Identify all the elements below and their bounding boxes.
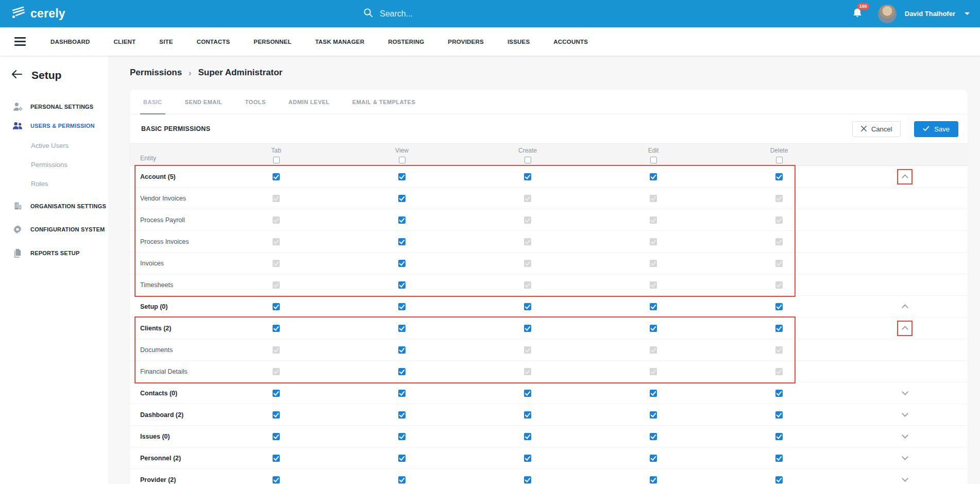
save-button[interactable]: Save [914, 121, 958, 137]
nav-item-accounts[interactable]: ACCOUNTS [553, 39, 588, 45]
permission-checkbox[interactable] [398, 411, 405, 419]
user-avatar[interactable] [878, 5, 897, 23]
permission-checkbox[interactable] [398, 216, 405, 224]
permission-checkbox[interactable] [524, 325, 531, 332]
tab-tools[interactable]: TOOLS [245, 90, 266, 114]
select-all-create-checkbox[interactable] [525, 157, 531, 163]
permission-checkbox[interactable] [524, 303, 531, 310]
permission-checkbox[interactable] [524, 433, 531, 440]
tab-admin-level[interactable]: ADMIN LEVEL [289, 90, 330, 114]
permission-checkbox[interactable] [398, 346, 405, 354]
permission-checkbox[interactable] [398, 455, 405, 462]
permission-checkbox[interactable] [650, 325, 657, 332]
permission-checkbox[interactable] [775, 303, 783, 310]
expand-collapse-button[interactable] [897, 386, 913, 401]
permission-checkbox[interactable] [650, 173, 657, 180]
permission-checkbox[interactable] [775, 411, 783, 419]
cell-view [339, 455, 465, 462]
permission-checkbox[interactable] [775, 476, 783, 483]
sidebar-item-personal-settings[interactable]: PERSONAL SETTINGS [0, 97, 108, 116]
permission-checkbox[interactable] [650, 476, 657, 483]
nav-item-client[interactable]: CLIENT [114, 39, 136, 45]
tab-email-templates[interactable]: EMAIL & TEMPLATES [352, 90, 415, 114]
permission-checkbox[interactable] [273, 433, 280, 440]
search-input[interactable] [380, 9, 514, 19]
permission-checkbox[interactable] [273, 390, 280, 397]
permission-checkbox[interactable] [273, 325, 280, 332]
expand-collapse-button[interactable] [897, 321, 913, 336]
tab-send-email[interactable]: SEND EMAIL [185, 90, 223, 114]
sidebar-item-active-users[interactable]: Active Users [0, 136, 108, 155]
expand-collapse-button[interactable] [897, 472, 913, 484]
permission-checkbox[interactable] [775, 390, 783, 397]
permission-checkbox[interactable] [775, 433, 783, 440]
permission-checkbox[interactable] [650, 390, 657, 397]
nav-item-site[interactable]: SITE [159, 39, 173, 45]
expand-collapse-button[interactable] [897, 429, 913, 444]
breadcrumb-permissions[interactable]: Permissions [130, 68, 182, 78]
tab-basic[interactable]: BASIC [143, 90, 162, 114]
cell-delete [716, 346, 842, 354]
cancel-button[interactable]: Cancel [852, 121, 901, 137]
permission-checkbox[interactable] [273, 411, 280, 419]
permission-checkbox[interactable] [398, 303, 405, 310]
permission-checkbox[interactable] [398, 281, 405, 289]
permission-checkbox[interactable] [524, 411, 531, 419]
permission-checkbox[interactable] [398, 390, 405, 397]
permission-checkbox[interactable] [650, 455, 657, 462]
permission-checkbox[interactable] [398, 260, 405, 267]
select-all-edit-checkbox[interactable] [650, 157, 657, 163]
permission-checkbox[interactable] [273, 455, 280, 462]
cell-view [339, 325, 465, 332]
brand-logo[interactable]: cerely [10, 6, 65, 22]
sidebar-item-organisation-settings[interactable]: ORGANISATION SETTINGS [0, 196, 108, 215]
nav-item-task-manager[interactable]: TASK MANAGER [315, 39, 364, 45]
permission-checkbox[interactable] [398, 476, 405, 483]
nav-item-rostering[interactable]: ROSTERING [388, 39, 424, 45]
user-menu-caret-icon[interactable] [965, 12, 970, 15]
sidebar-item-reports-setup[interactable]: REPORTS SETUP [0, 243, 108, 263]
nav-item-issues[interactable]: ISSUES [508, 39, 530, 45]
permission-checkbox[interactable] [273, 173, 280, 180]
permission-checkbox[interactable] [398, 433, 405, 440]
cell-view [339, 368, 465, 375]
permission-checkbox[interactable] [524, 455, 531, 462]
permission-checkbox[interactable] [775, 173, 783, 180]
sidebar-item-users-permission[interactable]: USERS & PERMISSION [0, 116, 108, 135]
nav-item-dashboard[interactable]: DASHBOARD [50, 39, 90, 45]
cell-create [465, 368, 590, 375]
expand-collapse-button[interactable] [897, 450, 913, 466]
permission-checkbox[interactable] [524, 173, 531, 180]
cell-tab [213, 368, 339, 375]
notifications-button[interactable]: 160 [852, 7, 863, 21]
permission-checkbox[interactable] [398, 195, 405, 202]
select-all-delete-checkbox[interactable] [776, 157, 783, 163]
select-all-view-checkbox[interactable] [399, 157, 405, 163]
sidebar-item-permissions[interactable]: Permissions [0, 155, 108, 174]
permission-checkbox[interactable] [650, 433, 657, 440]
permission-checkbox[interactable] [398, 173, 405, 180]
permission-checkbox[interactable] [524, 476, 531, 483]
hamburger-menu-icon[interactable] [14, 37, 26, 46]
cell-tab [213, 325, 339, 332]
permission-checkbox[interactable] [650, 303, 657, 310]
nav-item-contacts[interactable]: CONTACTS [197, 39, 230, 45]
sidebar-item-roles[interactable]: Roles [0, 174, 108, 193]
permission-checkbox[interactable] [775, 455, 783, 462]
permission-checkbox[interactable] [273, 303, 280, 310]
permission-checkbox[interactable] [273, 476, 280, 483]
permission-checkbox[interactable] [775, 325, 783, 332]
permission-checkbox[interactable] [398, 325, 405, 332]
back-arrow-icon[interactable] [11, 70, 23, 81]
expand-collapse-button[interactable] [897, 299, 913, 314]
sidebar-item-configuration-system[interactable]: CONFIGURATION SYSTEM [0, 220, 108, 239]
expand-collapse-button[interactable] [897, 169, 913, 185]
permission-checkbox[interactable] [650, 411, 657, 419]
expand-collapse-button[interactable] [897, 407, 913, 423]
nav-item-providers[interactable]: PROVIDERS [448, 39, 484, 45]
permission-checkbox[interactable] [524, 390, 531, 397]
permission-checkbox[interactable] [398, 238, 405, 245]
select-all-tab-checkbox[interactable] [273, 157, 280, 163]
permission-checkbox[interactable] [398, 368, 405, 375]
nav-item-personnel[interactable]: PERSONNEL [254, 39, 291, 45]
